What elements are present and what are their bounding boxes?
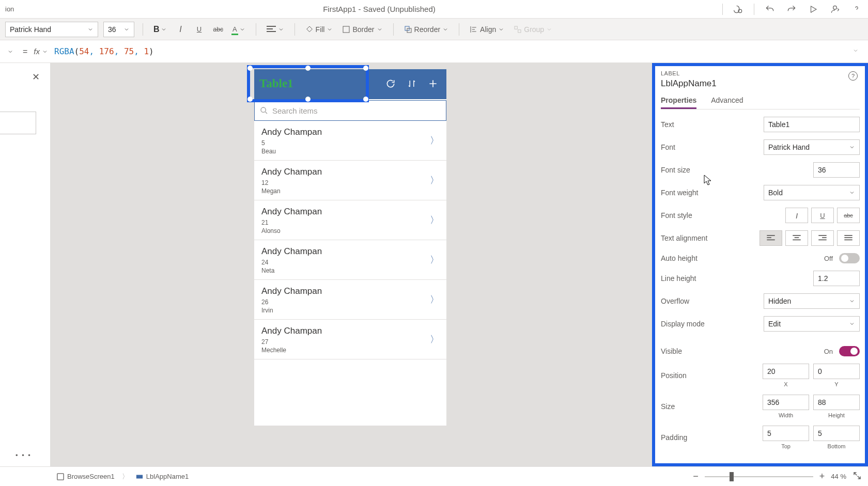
play-icon[interactable] [807, 3, 819, 15]
align-right-button[interactable] [811, 230, 834, 246]
list-item-line1: 12 [261, 179, 439, 186]
resize-handle[interactable] [247, 66, 253, 71]
add-icon[interactable] [428, 79, 438, 90]
strike-toggle[interactable]: abc [837, 208, 860, 223]
close-pane-icon[interactable]: ✕ [32, 71, 40, 83]
fit-screen-icon[interactable] [853, 471, 862, 482]
text-align-button[interactable] [265, 22, 286, 37]
chevron-right-icon[interactable]: 〉 [430, 214, 439, 226]
formula-fn: RGBA [54, 46, 74, 56]
undo-icon[interactable] [764, 3, 776, 15]
chevron-right-icon[interactable]: 〉 [430, 174, 439, 186]
bold-button[interactable]: B [151, 22, 169, 37]
underline-button[interactable]: U [193, 22, 206, 37]
zoom-value: 44 % [831, 473, 846, 480]
font-family-select[interactable]: Patrick Hand [5, 22, 98, 37]
size-height-input[interactable]: 88 [813, 395, 860, 410]
list-item-line2: Mechelle [261, 347, 439, 354]
underline-toggle[interactable]: U [811, 208, 834, 223]
list-item[interactable]: Andy Champan 27 Mechelle 〉 [254, 320, 446, 359]
refresh-icon[interactable] [385, 79, 396, 90]
prop-label-font-weight: Font weight [661, 189, 749, 197]
chevron-right-icon[interactable]: 〉 [430, 333, 439, 346]
redo-icon[interactable] [785, 3, 798, 15]
list-item-title: Andy Champan [261, 326, 439, 336]
breadcrumb-separator-icon: 〉 [122, 472, 129, 481]
breadcrumb-screen[interactable]: BrowseScreen1 [57, 473, 115, 480]
search-placeholder: Search items [272, 106, 318, 115]
canvas[interactable]: Table1 Search items Andy Champ [51, 63, 652, 466]
list-item[interactable]: Andy Champan 5 Beau 〉 [254, 121, 446, 161]
tab-advanced[interactable]: Advanced [711, 96, 743, 109]
list-item[interactable]: Andy Champan 26 Irvin 〉 [254, 280, 446, 320]
align-label: Align [480, 25, 496, 34]
breadcrumb-control[interactable]: LblAppName1 [136, 473, 189, 480]
align-left-button[interactable] [760, 230, 782, 246]
resize-handle[interactable] [305, 97, 311, 102]
more-dots-icon[interactable]: • • • [16, 451, 32, 459]
font-size-input[interactable]: 36 [103, 22, 134, 37]
font-weight-select[interactable]: Bold [764, 185, 860, 200]
line-height-input[interactable]: 1.2 [813, 271, 860, 286]
list-item[interactable]: Andy Champan 12 Megan 〉 [254, 161, 446, 200]
align-button[interactable]: Align [468, 25, 506, 34]
align-center-button[interactable] [785, 230, 808, 246]
italic-toggle[interactable]: I [785, 208, 808, 223]
strikethrough-button[interactable]: abc [211, 22, 225, 37]
property-dropdown[interactable] [4, 44, 17, 59]
visible-toggle[interactable] [839, 346, 860, 356]
font-size-input[interactable]: 36 [813, 162, 860, 178]
prop-label-text-align: Text alignment [661, 234, 749, 242]
svg-rect-2 [343, 26, 349, 33]
svg-rect-6 [518, 29, 521, 32]
italic-button[interactable]: I [174, 22, 188, 37]
help-icon[interactable]: ? [848, 71, 858, 81]
formula-expand-icon[interactable] [853, 48, 864, 55]
selected-label-control[interactable]: Table1 [247, 65, 369, 102]
resize-handle[interactable] [247, 97, 253, 102]
chevron-right-icon[interactable]: 〉 [430, 254, 439, 266]
list-item[interactable]: Andy Champan 21 Alonso 〉 [254, 200, 446, 240]
resize-handle[interactable] [363, 66, 368, 71]
padding-bottom-input[interactable]: 5 [813, 426, 860, 441]
resize-handle[interactable] [305, 66, 311, 71]
fill-button[interactable]: Fill [303, 25, 335, 34]
padding-top-input[interactable]: 5 [763, 426, 809, 441]
preview-search-input[interactable]: Search items [254, 100, 446, 121]
align-justify-button[interactable] [837, 230, 860, 246]
tree-search-input[interactable] [0, 112, 36, 134]
chevron-right-icon[interactable]: 〉 [430, 134, 439, 147]
list-item[interactable]: Andy Champan 24 Neta 〉 [254, 240, 446, 280]
position-x-input[interactable]: 20 [763, 364, 809, 379]
list-item-line2: Irvin [261, 307, 439, 314]
fx-button[interactable]: fx [34, 47, 48, 56]
formula-text[interactable]: RGBA(54, 176, 75, 1) [54, 46, 154, 56]
resize-handle[interactable] [363, 97, 368, 102]
tab-properties[interactable]: Properties [661, 96, 696, 109]
list-item-title: Andy Champan [261, 286, 439, 296]
zoom-slider[interactable] [705, 476, 813, 477]
group-button[interactable]: Group [512, 25, 554, 34]
share-icon[interactable] [829, 3, 841, 15]
overflow-select[interactable]: Hidden [764, 293, 860, 309]
zoom-in-button[interactable]: + [819, 471, 825, 482]
auto-height-toggle[interactable] [839, 253, 860, 263]
size-width-input[interactable]: 356 [763, 395, 809, 410]
prop-label-auto-height: Auto height [661, 254, 749, 262]
font-color-button[interactable]: A [230, 22, 247, 37]
checker-icon[interactable] [732, 3, 745, 15]
list-item-line1: 5 [261, 139, 439, 147]
chevron-right-icon[interactable]: 〉 [430, 293, 439, 306]
list-item-line2: Alonso [261, 227, 439, 234]
display-mode-select[interactable]: Edit [764, 316, 860, 332]
position-y-input[interactable]: 0 [813, 364, 860, 379]
list-item-line1: 24 [261, 259, 439, 266]
text-input[interactable]: Table1 [764, 117, 860, 132]
font-select[interactable]: Patrick Hand [764, 139, 860, 155]
sort-icon[interactable] [407, 79, 416, 90]
border-button[interactable]: Border [340, 25, 384, 34]
zoom-out-button[interactable]: − [693, 471, 699, 482]
help-icon[interactable] [850, 3, 863, 15]
fill-label: Fill [316, 25, 325, 34]
reorder-button[interactable]: Reorder [402, 25, 451, 34]
